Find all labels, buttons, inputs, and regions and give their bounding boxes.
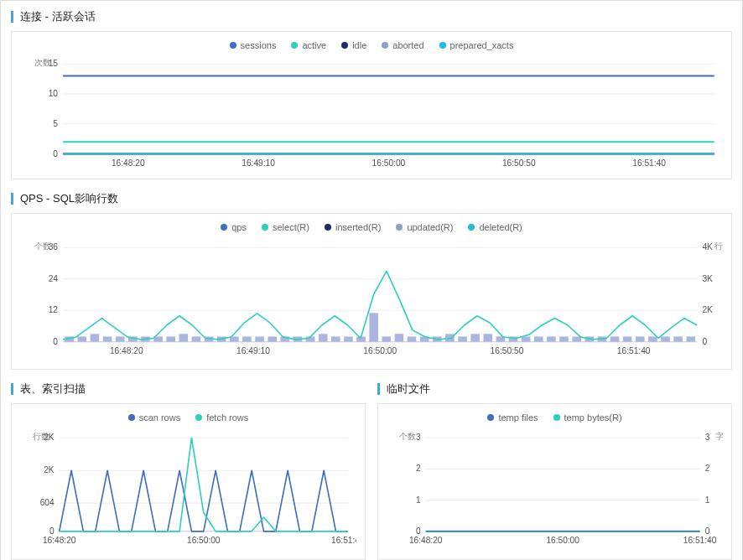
dot-icon [195,414,202,421]
svg-rect-66 [395,334,404,341]
svg-rect-87 [661,336,670,341]
svg-text:15: 15 [49,59,59,68]
svg-text:3: 3 [416,433,421,443]
legend-item[interactable]: temp files [487,412,538,423]
svg-text:3: 3 [705,433,710,443]
chart-scan: 行数06042K2K16:48:2016:50:0016:51:40 [20,428,356,555]
section-header-qps: QPS - SQL影响行数 [11,191,732,206]
svg-rect-41 [78,336,87,341]
svg-rect-71 [458,336,467,341]
svg-text:2: 2 [705,464,710,474]
section-qps: QPS - SQL影响行数 qps select(R) inserted(R) … [11,191,732,370]
svg-rect-76 [522,336,531,341]
legend-item[interactable]: qps [221,222,247,232]
svg-text:16:50:00: 16:50:00 [363,346,397,355]
legend-scan: scan rows fetch rows [20,412,356,423]
dot-icon [487,414,494,421]
svg-text:16:50:00: 16:50:00 [372,158,406,168]
svg-rect-73 [483,334,492,341]
svg-text:个数: 个数 [399,433,416,442]
header-accent [11,383,13,395]
svg-text:字节: 字节 [715,433,723,442]
legend-item[interactable]: prepared_xacts [439,40,514,50]
dot-icon [221,224,227,231]
svg-text:12: 12 [49,305,59,314]
svg-text:0: 0 [705,526,710,536]
dot-icon [341,42,348,49]
svg-rect-65 [382,336,391,341]
svg-rect-43 [103,336,112,341]
svg-text:16:48:20: 16:48:20 [112,158,145,168]
svg-rect-50 [192,336,201,341]
section-title-qps: QPS - SQL影响行数 [20,191,118,206]
chart-card-conn: sessions active idle aborted prepared_xa… [11,31,732,179]
svg-rect-84 [623,336,632,341]
svg-rect-79 [559,336,569,341]
legend-item[interactable]: sessions [230,40,277,50]
svg-text:36: 36 [49,242,59,251]
dot-icon [396,224,403,231]
legend-temp: temp files temp bytes(R) [387,412,723,423]
svg-text:16:49:10: 16:49:10 [236,346,270,355]
section-header-temp: 临时文件 [377,381,732,397]
legend-item[interactable]: scan rows [128,412,181,423]
svg-rect-72 [470,334,480,341]
svg-text:2: 2 [416,464,421,474]
svg-text:0: 0 [49,526,55,536]
dot-icon [128,414,135,421]
dot-icon [291,42,298,49]
legend-item[interactable]: deleted(R) [468,222,522,232]
legend-qps: qps select(R) inserted(R) updated(R) del… [20,222,723,232]
section-title-conn: 连接 - 活跃会话 [20,9,96,24]
legend-conn: sessions active idle aborted prepared_xa… [20,40,723,50]
chart-card-qps: qps select(R) inserted(R) updated(R) del… [11,213,732,370]
section-temp: 临时文件 temp files temp bytes(R) 个数字节001122… [377,381,732,559]
svg-text:2K: 2K [44,466,55,475]
svg-rect-60 [319,334,328,341]
svg-rect-83 [611,336,620,341]
dot-icon [439,42,446,49]
svg-rect-77 [534,336,543,341]
svg-rect-64 [369,313,378,341]
legend-item[interactable]: idle [341,40,366,50]
legend-item[interactable]: active [291,40,326,50]
legend-item[interactable]: select(R) [262,222,309,232]
dot-icon [382,42,388,49]
svg-rect-89 [686,336,695,341]
legend-item[interactable]: aborted [382,40,423,50]
dot-icon [325,224,331,231]
svg-rect-55 [255,336,264,341]
dot-icon [553,414,560,421]
svg-text:0: 0 [702,337,707,346]
svg-text:2K: 2K [702,305,713,314]
legend-item[interactable]: updated(R) [396,222,453,232]
svg-rect-44 [116,336,125,341]
legend-item[interactable]: temp bytes(R) [553,412,622,423]
svg-rect-61 [331,336,340,341]
svg-rect-56 [268,336,277,341]
header-accent [11,193,13,205]
svg-rect-54 [242,336,252,341]
legend-item[interactable]: inserted(R) [325,222,381,232]
svg-text:16:50:50: 16:50:50 [491,346,524,355]
row-bottom: 表、索引扫描 scan rows fetch rows 行数06042K2K16… [11,381,732,559]
svg-text:行数: 行数 [714,241,723,251]
svg-text:0: 0 [53,149,58,158]
svg-rect-49 [179,334,189,341]
svg-text:16:51:40: 16:51:40 [331,536,356,545]
section-conn: 连接 - 活跃会话 sessions active idle aborted p… [11,9,732,179]
chart-card-temp: temp files temp bytes(R) 个数字节0011223316:… [377,403,732,559]
svg-rect-67 [408,336,417,341]
svg-text:16:50:00: 16:50:00 [187,536,221,545]
svg-text:16:49:10: 16:49:10 [242,158,275,168]
svg-rect-85 [636,336,645,341]
svg-text:0: 0 [53,337,58,346]
svg-rect-42 [91,334,100,341]
section-header-conn: 连接 - 活跃会话 [11,9,732,24]
svg-text:16:50:00: 16:50:00 [546,536,579,545]
svg-rect-86 [648,336,657,341]
dot-icon [262,224,268,231]
legend-item[interactable]: fetch rows [195,412,248,423]
svg-text:10: 10 [49,89,59,98]
svg-text:0: 0 [416,526,421,536]
